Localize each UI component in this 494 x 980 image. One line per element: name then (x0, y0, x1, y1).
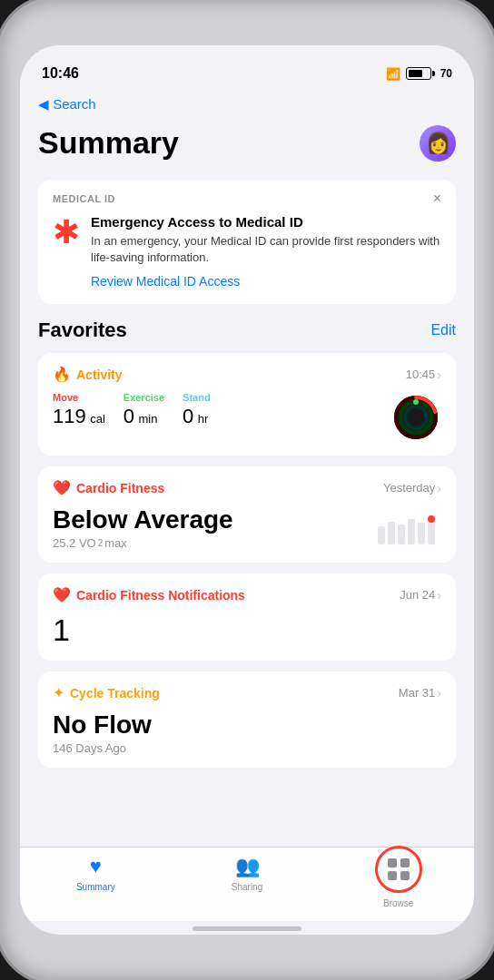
medical-id-card: MEDICAL ID × ✱ Emergency Access to Medic… (38, 180, 456, 304)
cardio-notif-header: ❤️ Cardio Fitness Notifications Jun 24 › (53, 586, 441, 603)
cycle-icon: ✦ (53, 684, 64, 701)
activity-ring (390, 392, 441, 443)
cardio-notifications-card[interactable]: ❤️ Cardio Fitness Notifications Jun 24 ›… (38, 573, 456, 661)
sharing-tab-label: Sharing (232, 882, 262, 892)
page-header: Summary 👩 (38, 122, 456, 162)
activity-metrics: Move 119 cal Exercise 0 min Stand 0 hr (53, 392, 441, 443)
svg-rect-16 (400, 871, 410, 880)
medical-id-body: ✱ Emergency Access to Medical ID In an e… (38, 214, 456, 304)
tab-browse[interactable]: Browse (322, 855, 474, 908)
nav-back-text[interactable]: ◀ Search (38, 96, 456, 113)
activity-chevron: › (437, 368, 441, 382)
move-label: Move (53, 392, 105, 403)
nav-back[interactable]: ◀ Search (20, 91, 474, 122)
medical-id-close-button[interactable]: × (433, 191, 441, 207)
cycle-chevron: › (437, 686, 441, 701)
phone-frame: 10:46 📶 70 ◀ Search Summary (0, 0, 494, 980)
activity-time: 10:45 › (406, 368, 441, 382)
activity-card-header: 🔥 Activity 10:45 › (53, 366, 441, 383)
medical-id-title: Emergency Access to Medical ID (91, 214, 441, 230)
avatar[interactable]: 👩 (420, 125, 456, 162)
cardio-notif-icon: ❤️ (53, 586, 71, 603)
cardio-icon: ❤️ (53, 479, 71, 496)
svg-point-12 (428, 515, 435, 523)
svg-rect-13 (388, 858, 397, 867)
cardio-notif-value: 1 (53, 612, 441, 648)
status-bar: 10:46 📶 70 (20, 45, 474, 91)
activity-icon: 🔥 (53, 366, 71, 383)
cardio-time: Yesterday › (383, 481, 441, 495)
cardio-chevron: › (437, 481, 441, 495)
svg-rect-9 (408, 519, 415, 544)
activity-card[interactable]: 🔥 Activity 10:45 › Move 119 cal Exercise (38, 353, 456, 456)
cycle-title-row: ✦ Cycle Tracking (53, 684, 160, 701)
svg-rect-6 (378, 526, 385, 544)
status-icons: 📶 70 (386, 67, 452, 81)
home-indicator (20, 921, 474, 935)
cardio-fitness-header: ❤️ Cardio Fitness Yesterday › (53, 479, 441, 496)
cycle-sub-value: 146 Days Ago (53, 741, 441, 755)
wifi-icon: 📶 (386, 67, 400, 81)
activity-card-title: Activity (76, 368, 123, 382)
cardio-notif-title-row: ❤️ Cardio Fitness Notifications (53, 586, 245, 603)
svg-point-5 (413, 399, 419, 405)
cycle-tracking-card[interactable]: ✦ Cycle Tracking Mar 31 › No Flow 146 Da… (38, 671, 456, 768)
medical-id-link[interactable]: Review Medical ID Access (91, 274, 240, 289)
cardio-fitness-title: Cardio Fitness (76, 481, 164, 495)
cardio-title-row: ❤️ Cardio Fitness (53, 479, 164, 496)
summary-tab-label: Summary (76, 882, 115, 892)
tab-bar: ♥ Summary 👥 Sharing Browse (20, 847, 474, 921)
battery-icon (406, 67, 435, 80)
summary-tab-icon: ♥ (90, 855, 102, 878)
cycle-main-value: No Flow (53, 710, 441, 740)
svg-rect-15 (388, 871, 397, 880)
cardio-notif-time: Jun 24 › (400, 588, 441, 603)
favorites-edit-button[interactable]: Edit (430, 322, 456, 338)
exercise-value: 0 min (124, 405, 164, 428)
scroll-content: Summary 👩 MEDICAL ID × ✱ Emergency Acces… (20, 122, 474, 847)
medical-id-description: In an emergency, your Medical ID can pro… (91, 233, 441, 266)
browse-ring (375, 846, 422, 893)
cycle-title: Cycle Tracking (70, 686, 160, 701)
sharing-tab-icon: 👥 (235, 855, 260, 878)
medical-id-header: MEDICAL ID × (38, 180, 456, 214)
cycle-tracking-header: ✦ Cycle Tracking Mar 31 › (53, 684, 441, 701)
cardio-notif-title: Cardio Fitness Notifications (76, 588, 245, 603)
browse-grid-icon (386, 857, 411, 882)
avatar-image: 👩 (426, 132, 450, 155)
exercise-metric: Exercise 0 min (124, 392, 164, 428)
cardio-sub-value: 25.2 VO2 max (53, 536, 233, 550)
phone-screen: 10:46 📶 70 ◀ Search Summary (20, 45, 474, 935)
browse-tab-label: Browse (383, 898, 413, 908)
svg-rect-8 (398, 524, 405, 544)
status-time: 10:46 (42, 65, 79, 82)
favorites-section-header: Favorites Edit (38, 318, 456, 342)
cycle-time: Mar 31 › (399, 686, 441, 701)
move-metric: Move 119 cal (53, 392, 105, 428)
medical-id-label: MEDICAL ID (53, 193, 115, 204)
medical-text: Emergency Access to Medical ID In an eme… (91, 214, 441, 289)
cardio-mini-chart (378, 508, 441, 548)
page-title: Summary (38, 125, 179, 161)
tab-summary[interactable]: ♥ Summary (20, 855, 172, 892)
tab-sharing[interactable]: 👥 Sharing (172, 855, 323, 892)
medical-asterisk-icon: ✱ (53, 216, 80, 249)
favorites-title: Favorites (38, 318, 127, 342)
stand-metric: Stand 0 hr (183, 392, 211, 428)
svg-rect-7 (388, 522, 395, 544)
stand-value: 0 hr (183, 405, 211, 428)
cardio-main-value: Below Average (53, 505, 233, 534)
cardio-notif-chevron: › (437, 588, 441, 603)
svg-rect-14 (400, 858, 410, 867)
svg-rect-10 (418, 523, 425, 544)
battery-percent: 70 (440, 67, 452, 80)
cardio-fitness-card[interactable]: ❤️ Cardio Fitness Yesterday › Below Aver… (38, 466, 456, 563)
exercise-label: Exercise (124, 392, 164, 403)
stand-label: Stand (183, 392, 211, 403)
svg-rect-11 (428, 521, 435, 544)
activity-title-row: 🔥 Activity (53, 366, 123, 383)
move-value: 119 cal (53, 405, 105, 428)
